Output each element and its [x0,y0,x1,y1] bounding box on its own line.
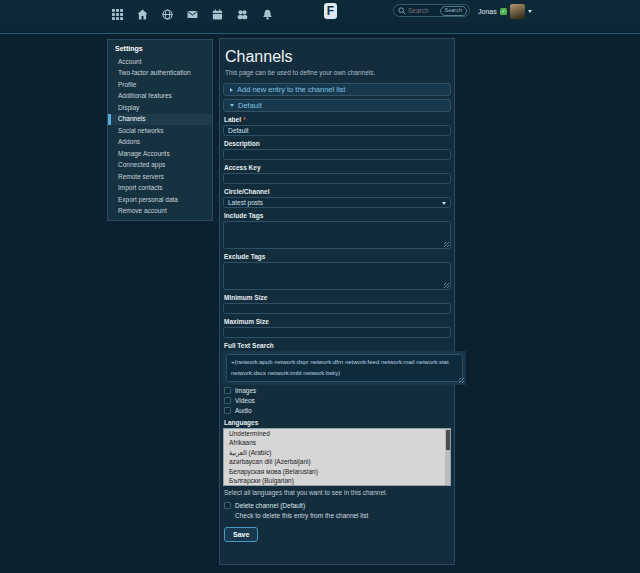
delete-channel-checkbox[interactable] [224,502,231,509]
field-label: Label* [223,116,451,136]
field-description: Description [223,140,451,160]
friendica-settings-page: F Search Jonas ✓ Settings Account Two-fa… [0,0,640,573]
search-submit-button[interactable]: Search [440,6,467,16]
navbar-icon-group [112,0,273,22]
language-option[interactable]: Undetermined [224,429,450,438]
sidebar-item-account[interactable]: Account [108,56,212,68]
messages-icon[interactable] [187,6,198,17]
languages-field-label: Languages [224,419,451,426]
access-key-input[interactable] [223,173,451,184]
language-option[interactable]: azərbaycan dili (Azerbaijani) [224,457,450,466]
description-field-label: Description [224,140,451,147]
caret-right-icon [230,88,233,92]
resize-handle-icon[interactable] [444,242,449,247]
languages-scrollbar-thumb[interactable] [446,430,450,450]
sidebar-item-display[interactable]: Display [108,102,212,114]
caret-down-icon [230,104,234,107]
language-option[interactable]: Беларуская мова (Belarusian) [224,467,450,476]
languages-help-text: Select all languages that you want to se… [224,489,451,496]
access-key-field-label: Access Key [224,164,451,171]
search-input[interactable] [408,7,438,14]
add-channel-accordion[interactable]: Add new entry to the channel list [223,83,451,96]
audio-checkbox-label: Audio [235,407,252,414]
maximum-size-field-label: Maximum Size [224,318,451,325]
sidebar-item-profile[interactable]: Profile [108,79,212,91]
user-name: Jonas [478,8,497,15]
language-option[interactable]: Български (Bulgarian) [224,476,450,485]
friendica-logo[interactable]: F [324,3,337,19]
page-subtitle: This page can be used to define your own… [225,69,451,76]
images-checkbox-row[interactable]: Images [224,385,451,395]
sidebar-item-social-networks[interactable]: Social networks [108,125,212,137]
sidebar-item-connected-apps[interactable]: Connected apps [108,160,212,172]
minimum-size-field-label: Minimum Size [224,294,451,301]
field-minimum-size: Minimum Size [223,294,451,314]
field-maximum-size: Maximum Size [223,318,451,338]
images-checkbox[interactable] [224,387,231,394]
field-access-key: Access Key [223,164,451,184]
sidebar-item-channels[interactable]: Channels [108,114,212,126]
sidebar-item-additional-features[interactable]: Additional features [108,91,212,103]
audio-checkbox-row[interactable]: Audio [224,405,451,415]
images-checkbox-label: Images [235,387,256,394]
full-text-search-textarea[interactable]: +(network:apub network:dspr network:dfrn… [226,354,463,382]
community-icon[interactable] [162,6,173,17]
videos-checkbox[interactable] [224,397,231,404]
sidebar-item-two-factor[interactable]: Two-factor authentication [108,68,212,80]
description-input[interactable] [223,149,451,160]
maximum-size-input[interactable] [223,327,451,338]
default-channel-accordion[interactable]: Default [223,99,451,112]
delete-channel-checkbox-label: Delete channel (Default) [235,502,305,509]
circle-channel-select[interactable]: Latest posts [223,197,451,208]
videos-checkbox-row[interactable]: Videos [224,395,451,405]
delete-channel-checkbox-row[interactable]: Delete channel (Default) [224,500,451,510]
search-icon [398,7,406,15]
resize-handle-icon[interactable] [459,378,464,383]
settings-sidebar: Settings Account Two-factor authenticati… [107,39,213,221]
contacts-icon[interactable] [237,6,248,17]
sidebar-item-export-personal-data[interactable]: Export personal data [108,194,212,206]
full-text-search-field-label: Full Text Search [224,342,451,349]
sidebar-item-remote-servers[interactable]: Remote servers [108,171,212,183]
user-menu[interactable]: Jonas ✓ [478,0,532,22]
videos-checkbox-label: Videos [235,397,255,404]
apps-icon[interactable] [112,6,123,17]
sidebar-item-remove-account[interactable]: Remove account [108,206,212,218]
sidebar-item-import-contacts[interactable]: Import contacts [108,183,212,195]
field-full-text-search: Full Text Search +(network:apub network:… [223,342,451,385]
circle-channel-selected-value: Latest posts [228,199,263,206]
events-icon[interactable] [212,6,223,17]
default-channel-label: Default [238,101,262,110]
sidebar-title: Settings [108,40,212,56]
label-field-label: Label [224,116,241,123]
minimum-size-input[interactable] [223,303,451,314]
languages-multiselect[interactable]: Undetermined Afrikaans العربية (Arabic) … [223,428,451,486]
select-caret-icon [442,202,446,205]
add-channel-label: Add new entry to the channel list [237,85,345,94]
field-include-tags: Include Tags [223,212,451,249]
full-text-search-wrap: +(network:apub network:dspr network:dfrn… [223,351,466,385]
label-input[interactable] [223,125,451,136]
include-tags-field-label: Include Tags [224,212,451,219]
notifications-icon[interactable] [262,6,273,17]
language-option[interactable]: Afrikaans [224,438,450,447]
sidebar-item-addons[interactable]: Addons [108,137,212,149]
languages-scrollbar[interactable] [445,429,450,485]
resize-handle-icon[interactable] [444,283,449,288]
sidebar-item-manage-accounts[interactable]: Manage Accounts [108,148,212,160]
save-button[interactable]: Save [224,527,258,542]
language-option[interactable]: العربية (Arabic) [224,448,450,457]
delete-channel-help-text: Check to delete this entry from the chan… [235,512,451,519]
audio-checkbox[interactable] [224,407,231,414]
exclude-tags-textarea[interactable] [223,262,451,290]
page-title: Channels [225,48,451,66]
include-tags-textarea[interactable] [223,221,451,249]
navbar-divider [0,22,640,34]
field-languages: Languages Undetermined Afrikaans العربية… [223,419,451,486]
search-bar: Search [393,4,470,17]
circle-channel-field-label: Circle/Channel [224,188,451,195]
verified-badge-icon: ✓ [500,8,507,15]
avatar [510,4,525,19]
field-exclude-tags: Exclude Tags [223,253,451,290]
home-icon[interactable] [137,6,148,17]
